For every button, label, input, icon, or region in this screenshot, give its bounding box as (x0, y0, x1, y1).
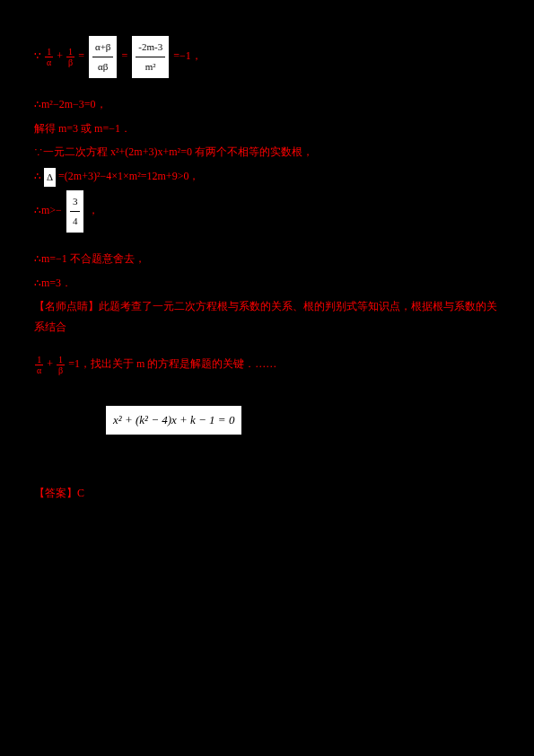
therefore-1: ∴ (34, 170, 41, 182)
line-6-suffix: ， (88, 204, 99, 216)
equation-box: x² + (k² − 4)x + k − 1 = 0 (106, 406, 241, 435)
line-9: 【名师点睛】此题考查了一元二次方程根与系数的关系、根的判别式等知识点，根据根与系… (34, 296, 500, 338)
plus-2: + (47, 357, 53, 370)
line-6-prefix: ∴m>− (34, 204, 62, 216)
frac-neg-2m-3: -2m-3 m² (132, 36, 169, 78)
frac-1-over-alpha: 1 α (45, 47, 53, 67)
line-3: 解得 m=3 或 m=−1． (34, 119, 500, 139)
line-4: ∵一元二次方程 x²+(2m+3)x+m²=0 有两个不相等的实数根， (34, 142, 500, 163)
line-2: ∴m²−2m−3=0， (34, 94, 500, 115)
line-8: ∴m=3． (34, 273, 500, 294)
equation-line: x² + (k² − 4)x + k − 1 = 0 (34, 406, 500, 435)
line-6: ∴m>− 3 4 ， (34, 190, 500, 233)
line-5: ∴ Δ =(2m+3)²−4×1×m²=12m+9>0， (34, 166, 500, 187)
frac-1-over-alpha-2: 1 α (35, 355, 43, 375)
equals-1: = (78, 49, 84, 62)
because-symbol: ∵ (34, 49, 41, 62)
line-7: ∴m=−1 不合题意舍去， (34, 249, 500, 269)
line-1-suffix: =−1， (173, 49, 202, 62)
delta-box: Δ (44, 168, 56, 187)
frac-1-over-beta-2: 1 β (57, 355, 65, 375)
line-10-suffix: =1，找出关于 m 的方程是解题的关键．…… (68, 357, 276, 370)
frac-alpha-plus-beta: α+β αβ (89, 36, 118, 78)
equals-2: = (121, 49, 127, 62)
line-1: ∵ 1 α + 1 β = α+β αβ = -2m-3 m² =−1， (34, 36, 500, 78)
line-10: 1 α + 1 β =1，找出关于 m 的方程是解题的关键．…… (34, 354, 500, 375)
frac-3-over-4: 3 4 (66, 190, 84, 233)
line-5-suffix: =(2m+3)²−4×1×m²=12m+9>0， (58, 170, 199, 182)
plus-1: + (57, 49, 63, 62)
frac-1-over-beta: 1 β (66, 47, 74, 67)
answer-line: 【答案】C (34, 483, 500, 504)
